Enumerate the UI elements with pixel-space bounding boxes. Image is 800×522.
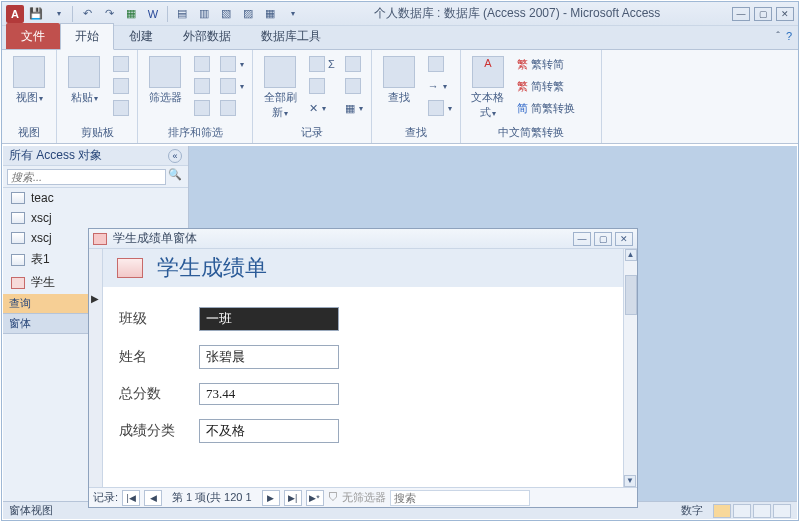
cut-icon <box>113 56 129 72</box>
subform-vscrollbar[interactable]: ▲ ▼ <box>623 249 637 487</box>
simp-to-trad-button[interactable]: 繁简转繁 <box>515 76 595 96</box>
tab-external-data[interactable]: 外部数据 <box>168 23 246 49</box>
recnav-prev-button[interactable]: ◀ <box>144 490 162 506</box>
record-selector[interactable]: ▶ <box>89 249 103 487</box>
nav-item-table[interactable]: teac <box>3 188 188 208</box>
recnav-new-button[interactable]: ▶* <box>306 490 324 506</box>
goto-button[interactable]: →▾ <box>426 76 454 96</box>
nav-search-input[interactable] <box>7 169 166 185</box>
tab-home[interactable]: 开始 <box>60 23 114 50</box>
filter-label: 筛选器 <box>149 91 182 103</box>
view-datasheet-button[interactable] <box>733 504 751 518</box>
subform-close-button[interactable]: ✕ <box>615 232 633 246</box>
save-record-button[interactable] <box>307 76 337 96</box>
pointer-icon <box>428 100 444 116</box>
view-layout-button[interactable] <box>753 504 771 518</box>
excel-icon[interactable]: ▦ <box>121 5 141 23</box>
group-find: 查找 <box>378 125 454 141</box>
recnav-next-button[interactable]: ▶ <box>262 490 280 506</box>
sort-asc-button[interactable] <box>192 54 212 74</box>
qat-more-6[interactable]: ▾ <box>282 5 302 23</box>
clear-sort-button[interactable] <box>192 98 212 118</box>
maximize-button[interactable]: ▢ <box>754 7 772 21</box>
more-records-button[interactable]: ▦▾ <box>343 98 365 118</box>
qat-more-4[interactable]: ▨ <box>238 5 258 23</box>
nav-item-table[interactable]: xscj <box>3 208 188 228</box>
view-form-button[interactable] <box>713 504 731 518</box>
recnav-search-input[interactable] <box>390 490 530 506</box>
trad-to-simp-button[interactable]: 繁繁转简 <box>515 54 595 74</box>
toggle-filter-button[interactable] <box>218 98 246 118</box>
ribbon: 视图▾ 视图 粘贴▾ 剪贴板 筛选器 <box>2 50 798 144</box>
spelling-button[interactable] <box>343 76 365 96</box>
refresh-all-button[interactable]: 全部刷新▾ <box>259 54 301 120</box>
tab-create[interactable]: 创建 <box>114 23 168 49</box>
recnav-position[interactable]: 第 1 项(共 120 1 <box>166 490 257 505</box>
nav-search: 🔍 <box>3 166 188 188</box>
recnav-label: 记录: <box>93 490 118 505</box>
minimize-ribbon-icon[interactable]: ˆ <box>776 30 780 42</box>
filter-button[interactable]: 筛选器 <box>144 54 186 105</box>
recnav-nofilter: ⛉ 无筛选器 <box>328 490 386 505</box>
field-total-label: 总分数 <box>119 385 175 403</box>
copy-button[interactable] <box>111 76 131 96</box>
window-title: 个人数据库 : 数据库 (Access 2007) - Microsoft Ac… <box>304 5 730 22</box>
paste-button[interactable]: 粘贴▾ <box>63 54 105 105</box>
form-icon <box>93 233 107 245</box>
scroll-up-icon[interactable]: ▲ <box>625 249 637 261</box>
cn-convert-button[interactable]: 简简繁转换 <box>515 98 595 118</box>
field-class-input[interactable]: 一班 <box>199 307 339 331</box>
cut-button[interactable] <box>111 54 131 74</box>
subform-maximize-button[interactable]: ▢ <box>594 232 612 246</box>
minimize-button[interactable]: — <box>732 7 750 21</box>
view-button[interactable]: 视图▾ <box>8 54 50 105</box>
qat-more-1[interactable]: ▤ <box>172 5 192 23</box>
view-design-button[interactable] <box>773 504 791 518</box>
field-category-input[interactable]: 不及格 <box>199 419 339 443</box>
form-detail: 班级 一班 姓名 张碧晨 总分数 73.44 成绩分类 不及格 <box>103 293 623 487</box>
subform-minimize-button[interactable]: — <box>573 232 591 246</box>
qat-more-3[interactable]: ▧ <box>216 5 236 23</box>
ribbon-tabs: 文件 开始 创建 外部数据 数据库工具 ˆ ? <box>2 26 798 50</box>
form-icon <box>11 277 25 289</box>
new-record-button[interactable]: Σ <box>307 54 337 74</box>
word-icon[interactable]: W <box>143 5 163 23</box>
undo-icon[interactable]: ↶ <box>77 5 97 23</box>
sort-desc-icon <box>194 78 210 94</box>
redo-icon[interactable]: ↷ <box>99 5 119 23</box>
qat-dropdown-icon[interactable]: ▾ <box>48 5 68 23</box>
copy-icon <box>113 78 129 94</box>
table-icon <box>11 212 25 224</box>
tab-db-tools[interactable]: 数据库工具 <box>246 23 336 49</box>
field-name-input[interactable]: 张碧晨 <box>199 345 339 369</box>
select-button[interactable]: ▾ <box>426 98 454 118</box>
replace-button[interactable] <box>426 54 454 74</box>
paste-label: 粘贴 <box>71 91 93 103</box>
recnav-first-button[interactable]: |◀ <box>122 490 140 506</box>
recnav-last-button[interactable]: ▶| <box>284 490 302 506</box>
tab-file[interactable]: 文件 <box>6 23 60 49</box>
nav-header-label: 所有 Access 对象 <box>9 147 102 164</box>
save-icon[interactable]: 💾 <box>26 5 46 23</box>
help-icon[interactable]: ? <box>786 30 792 42</box>
subform-titlebar[interactable]: 学生成绩单窗体 — ▢ ✕ <box>89 229 637 249</box>
nav-header[interactable]: 所有 Access 对象 « <box>3 146 188 166</box>
view-label: 视图 <box>16 91 38 103</box>
access-app-icon[interactable]: A <box>6 5 24 23</box>
close-button[interactable]: ✕ <box>776 7 794 21</box>
find-button[interactable]: 查找 <box>378 54 420 105</box>
totals-button[interactable] <box>343 54 365 74</box>
qat-more-5[interactable]: ▦ <box>260 5 280 23</box>
format-painter-button[interactable] <box>111 98 131 118</box>
delete-record-button[interactable]: ✕▾ <box>307 98 337 118</box>
selection-filter-button[interactable]: ▾ <box>218 54 246 74</box>
qat-more-2[interactable]: ▥ <box>194 5 214 23</box>
field-total-input[interactable]: 73.44 <box>199 383 339 405</box>
nav-collapse-icon[interactable]: « <box>168 149 182 163</box>
scroll-down-icon[interactable]: ▼ <box>624 475 636 487</box>
search-icon[interactable]: 🔍 <box>166 168 184 186</box>
advanced-filter-button[interactable]: ▾ <box>218 76 246 96</box>
scroll-thumb[interactable] <box>625 275 637 315</box>
sort-desc-button[interactable] <box>192 76 212 96</box>
text-format-button[interactable]: A文本格式▾ <box>467 54 509 120</box>
